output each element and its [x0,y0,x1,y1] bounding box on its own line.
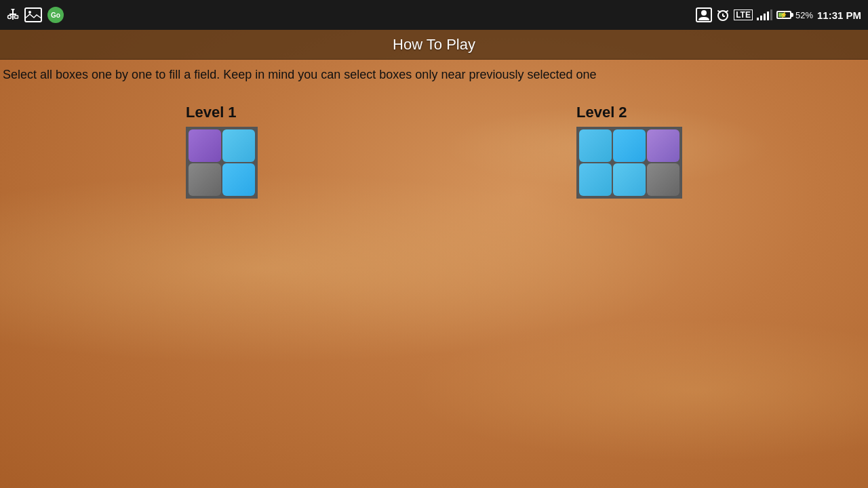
lte-text: LTE [736,10,751,20]
svg-point-6 [28,11,31,14]
main-content: Select all boxes one by one to fill a fi… [0,60,868,205]
level2-cell-1-0 [579,163,612,196]
svg-marker-4 [11,9,15,12]
image-icon [24,7,42,22]
svg-point-7 [701,10,707,16]
level2-cell-1-2 [647,163,679,196]
signal-bars [757,9,772,20]
contact-icon [696,7,712,22]
level1-cell-1-1 [222,163,255,196]
go-icon: Go [47,7,64,23]
svg-line-11 [718,11,720,12]
time-display: 11:31 PM [817,9,861,21]
level1-cell-1-0 [189,163,221,196]
level2-cell-0-2 [647,129,679,162]
svg-line-12 [726,11,728,12]
battery-percent: 52% [795,10,813,20]
level1-grid [186,127,258,199]
title-bar: How To Play [0,30,868,60]
level2-cell-0-0 [579,129,612,162]
svg-rect-5 [25,8,41,22]
level2-section: Level 2 [576,104,682,199]
status-left-icons: Go [7,7,64,23]
instruction-text: Select all boxes one by one to fill a fi… [3,66,865,83]
status-bar: Go LTE [0,0,868,30]
level2-title: Level 2 [576,104,627,121]
level1-section: Level 1 [186,104,258,199]
lte-badge: LTE [734,9,753,20]
usb-icon [7,7,19,22]
alarm-icon [716,8,730,22]
level2-grid [576,127,682,199]
page-title: How To Play [393,36,475,54]
svg-point-2 [8,16,12,19]
levels-row: Level 1 Level 2 [3,104,865,199]
level1-cell-0-0 [189,129,221,162]
svg-rect-3 [15,16,18,18]
level1-title: Level 1 [186,104,237,121]
battery: ⚡ [776,11,791,19]
status-right-icons: LTE ⚡ 52% 11:31 PM [696,7,861,22]
level2-cell-1-1 [613,163,646,196]
level2-cell-0-1 [613,129,646,162]
level1-cell-0-1 [222,129,255,162]
